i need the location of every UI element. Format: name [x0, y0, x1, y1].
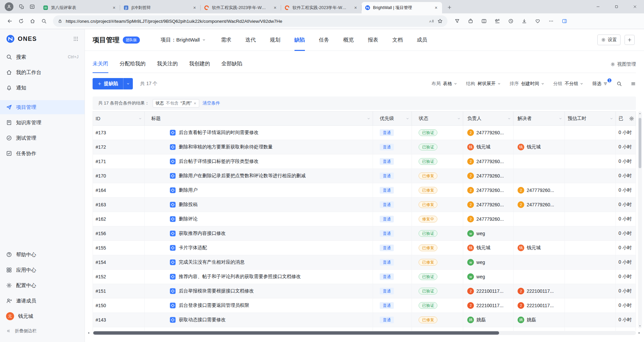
- assignee-cell[interactable]: 2247779260...: [463, 154, 514, 168]
- assignee-cell[interactable]: wweg: [463, 270, 514, 284]
- resolver-cell[interactable]: [514, 169, 565, 183]
- sidebar-item-project[interactable]: 项目管理: [0, 100, 85, 114]
- row-title-cell[interactable]: 卡片字体适配: [145, 241, 373, 255]
- row-title[interactable]: 后台帖子详情接口标签的字段类型修改: [179, 158, 259, 164]
- assignee-cell[interactable]: 2222100117...: [463, 298, 514, 313]
- resolver-cell[interactable]: [514, 212, 565, 226]
- structure-control[interactable]: 结构 树状展开: [466, 81, 501, 87]
- browser-tab[interactable]: 软件工程实践-2023学年-W班社区×: [201, 2, 281, 13]
- table-row[interactable]: 普通 已修复 姚姚磊 姚姚磊: [93, 327, 636, 331]
- row-title[interactable]: 后台举报模块需要根据接口文档修改: [179, 288, 254, 294]
- tab-close-icon[interactable]: ×: [353, 5, 358, 10]
- row-title[interactable]: 完成关注没有产生相对应的消息: [179, 259, 245, 265]
- row-title-cell[interactable]: 删除用户: [145, 183, 373, 197]
- sidebar-item-invite[interactable]: 邀请成员: [0, 294, 85, 308]
- view-tab[interactable]: 我关注的: [157, 56, 178, 73]
- browser-essentials-button[interactable]: [532, 15, 543, 27]
- resolver-cell[interactable]: 姚姚磊: [514, 313, 565, 327]
- extensions-button[interactable]: [465, 15, 476, 27]
- column-header-estimate[interactable]: 预估工时: [565, 112, 616, 125]
- tab-close-icon[interactable]: ×: [433, 5, 439, 10]
- table-row[interactable]: #171 后台帖子详情接口标签的字段类型修改 普通 已验证 2247779260…: [93, 154, 636, 169]
- row-title-cell[interactable]: [145, 327, 373, 331]
- copilot-sidebar-button[interactable]: [559, 15, 570, 27]
- row-title[interactable]: 删除和审核的地方要重新获取剩余待处理数量: [179, 144, 273, 150]
- tab-close-icon[interactable]: ×: [111, 5, 117, 10]
- downloads-button[interactable]: [519, 15, 530, 27]
- sidebar-item-task[interactable]: 任务协作: [0, 146, 85, 160]
- resolver-cell[interactable]: [514, 255, 565, 269]
- vertical-scrollbar[interactable]: [638, 111, 642, 328]
- create-defect-dropdown[interactable]: [123, 82, 133, 86]
- nav-item[interactable]: 缺陷: [294, 29, 305, 51]
- table-row[interactable]: #150 后台登录接口需要返回管理员权限 普通 已验证 2222100117..…: [93, 298, 636, 313]
- search-in-list-button[interactable]: [616, 81, 622, 86]
- url-text[interactable]: https://ones.cn/project/#/team/SpMr8LJT/…: [66, 19, 425, 24]
- scroll-left-icon[interactable]: [87, 331, 91, 335]
- nav-item[interactable]: 需求: [221, 29, 231, 51]
- assignee-cell[interactable]: 2247779260...: [463, 198, 514, 212]
- sort-control[interactable]: 排序 创建时间: [510, 81, 545, 87]
- create-defect-button[interactable]: 提缺陷: [93, 78, 133, 89]
- resolver-cell[interactable]: [514, 270, 565, 284]
- resolver-cell[interactable]: [514, 226, 565, 241]
- table-row[interactable]: #151 后台举报模块需要根据接口文档修改 普通 已验证 2222100117.…: [93, 284, 636, 298]
- chip-close-icon[interactable]: ×: [194, 101, 197, 106]
- table-row[interactable]: #162 删除评论 普通 修复中 2247779260... 0 小时: [93, 212, 636, 226]
- scroll-up-icon[interactable]: [638, 112, 642, 115]
- column-header-spent[interactable]: 已: [616, 112, 636, 125]
- group-control[interactable]: 分组 不分组: [553, 81, 584, 87]
- search-button[interactable]: [38, 15, 50, 27]
- table-row[interactable]: #173 后台查看帖子详情返回的时间需要修改 普通 已验证 2247779260…: [93, 126, 636, 140]
- close-button[interactable]: [626, 0, 644, 13]
- sort-caret-icon[interactable]: [406, 117, 410, 121]
- sidebar-item-bell[interactable]: 通知: [0, 81, 85, 95]
- tab-close-icon[interactable]: ×: [192, 5, 197, 10]
- assignee-cell[interactable]: wweg: [463, 226, 514, 241]
- row-title-cell[interactable]: 获取推荐内容接口修改: [145, 226, 373, 241]
- new-tab-button[interactable]: [445, 3, 454, 12]
- row-title-cell[interactable]: 后台举报模块需要根据接口文档修改: [145, 284, 373, 298]
- row-title[interactable]: 删除用户: [179, 187, 198, 193]
- settings-more-button[interactable]: [545, 15, 557, 27]
- row-title-cell[interactable]: 后台查看帖子详情返回的时间需要修改: [145, 126, 373, 140]
- nav-item[interactable]: 迭代: [246, 29, 256, 51]
- ones-logo-icon[interactable]: [6, 35, 15, 43]
- row-title-cell[interactable]: 后台登录接口需要返回管理员权限: [145, 298, 373, 313]
- table-row[interactable]: #152 推荐内容、帖子和子评论列表的获取需要参照接口文档修改 普通 已验证 w…: [93, 270, 636, 284]
- table-row[interactable]: #172 删除和审核的地方要重新获取剩余待处理数量 普通 已验证 钱钱元城 钱钱…: [93, 140, 636, 154]
- filter-control[interactable]: 筛选 1: [592, 81, 608, 87]
- sidebar-item-help[interactable]: 帮助中心: [0, 248, 85, 262]
- sidebar-item-gear[interactable]: 配置中心: [0, 278, 85, 292]
- nav-item[interactable]: 概览: [343, 29, 354, 51]
- scroll-down-icon[interactable]: [638, 324, 642, 328]
- row-title[interactable]: 后台登录接口需要返回管理员权限: [179, 302, 249, 309]
- tab-close-icon[interactable]: ×: [272, 5, 278, 10]
- browser-tab[interactable]: ββ冲刺答辩×: [120, 2, 201, 13]
- sidebar-item-wiki[interactable]: 知识库管理: [0, 116, 85, 130]
- assignee-cell[interactable]: 2222100117...: [463, 284, 514, 298]
- column-header-priority[interactable]: 优先级: [373, 112, 412, 125]
- browser-tab[interactable]: BrightWall | 项目管理×: [362, 2, 442, 13]
- row-title[interactable]: 删除用户在删除记录后要把点赞数和评论数等进行相应的删减: [179, 173, 306, 179]
- row-title-cell[interactable]: 删除用户在删除记录后要把点赞数和评论数等进行相应的删减: [145, 169, 373, 183]
- sort-caret-icon[interactable]: [609, 117, 613, 121]
- row-title[interactable]: 删除评论: [179, 216, 198, 222]
- sort-caret-icon[interactable]: [507, 117, 511, 121]
- split-screen-button[interactable]: [478, 15, 490, 27]
- maximize-button[interactable]: [607, 0, 626, 13]
- row-title-cell[interactable]: 删除评论: [145, 212, 373, 226]
- settings-button[interactable]: 设置: [597, 35, 621, 45]
- sidebar-item-home[interactable]: 我的工作台: [0, 65, 85, 79]
- resolver-cell[interactable]: 钱钱元城: [514, 140, 565, 154]
- filter-tool-button[interactable]: [451, 15, 463, 27]
- minimize-button[interactable]: [589, 0, 607, 13]
- row-title[interactable]: 获取推荐内容接口修改: [179, 230, 226, 236]
- vertical-scroll-thumb[interactable]: [639, 118, 641, 168]
- assignee-cell[interactable]: 2247779260...: [463, 126, 514, 140]
- sidebar-item-search[interactable]: 搜索Ctrl+J: [0, 50, 85, 64]
- horizontal-scroll-thumb[interactable]: [93, 331, 499, 335]
- sort-caret-icon[interactable]: [558, 117, 562, 121]
- resolver-cell[interactable]: [514, 126, 565, 140]
- scroll-right-icon[interactable]: [637, 331, 641, 335]
